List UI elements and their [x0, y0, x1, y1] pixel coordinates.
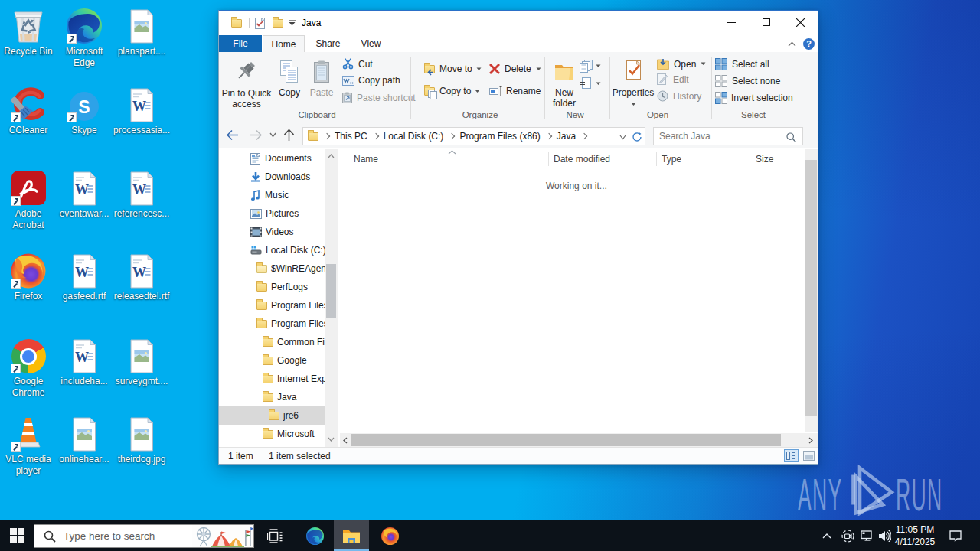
svg-text:W: W — [75, 350, 89, 365]
svg-text:W: W — [75, 182, 89, 197]
svg-text:W: W — [75, 265, 89, 280]
svg-text:W: W — [132, 182, 146, 197]
svg-text:W: W — [132, 265, 146, 280]
svg-text:S: S — [78, 97, 90, 117]
svg-text:W: W — [132, 99, 146, 114]
